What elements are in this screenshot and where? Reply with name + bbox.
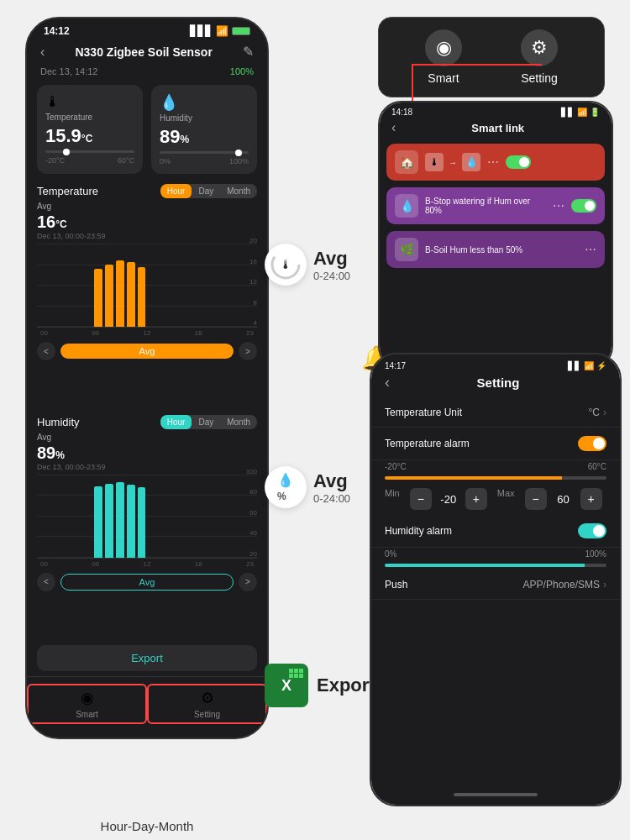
hum-nav-prev[interactable]: < (37, 573, 55, 591)
temp-tab-day[interactable]: Day (192, 184, 220, 198)
setting-phone: 14:17 ▋▋ 📶 ⚡ ‹ Setting Temperature Unit … (370, 353, 622, 806)
bottom-nav-setting[interactable]: ⚙ Setting (147, 684, 267, 724)
hum-annotation-icon: 💧% (265, 466, 307, 508)
smart-card-2-icon: 💧 (395, 194, 418, 218)
svg-text:🌡: 🌡 (280, 258, 291, 271)
temp-nav-next[interactable]: > (239, 342, 257, 360)
hum-label: Humidity (160, 113, 249, 123)
hum-grid-20: 20 (37, 557, 257, 558)
smart-link-time: 14:18 (391, 108, 412, 117)
setting-nav-icon: ⚙ (201, 689, 214, 707)
hum-grid-lines: 100 80 60 40 20 (37, 475, 257, 558)
hum-bar-chart: 100 80 60 40 20 (37, 475, 257, 559)
back-icon[interactable]: ‹ (40, 45, 45, 60)
hum-grid-40: 40 (37, 536, 257, 537)
smart-card-3-dots[interactable]: ⋯ (585, 243, 596, 256)
hum-avg-date: Dec 13, 00:00-23:59 (37, 463, 257, 471)
hum-card: 💧 Humidity 89% 0% 100% (151, 85, 257, 174)
smart-card-2-text: B-Stop watering if Hum over 80% (425, 197, 546, 215)
smart-popup-item[interactable]: ◉ Smart (425, 29, 462, 85)
hum-tab-day[interactable]: Day (192, 415, 220, 429)
hum-tab-hour[interactable]: Hour (160, 415, 192, 429)
export-button[interactable]: Export (37, 645, 257, 671)
hum-chart-labels: 00 06 12 18 23 (37, 559, 257, 570)
bottom-nav: ◉ Smart ⚙ Setting (27, 676, 267, 738)
temp-avg-row: Avg (37, 202, 257, 211)
time: 14:12 (44, 25, 70, 37)
smart-card-1-dots[interactable]: ⋯ (487, 155, 499, 169)
min-minus[interactable]: − (410, 488, 432, 510)
smart-card-1-toggle[interactable] (506, 155, 531, 169)
phone-screen: 14:12 ▋▋▋ 📶 ‹ N330 Zigbee Soil Sensor ✎ … (27, 18, 267, 738)
max-stepper: − 60 + (525, 488, 602, 510)
hum-grid-60: 60 (37, 516, 257, 517)
temp-chart-labels: 00 06 12 18 23 (37, 328, 257, 339)
setting-temp-alarm: Temperature alarm (371, 428, 620, 460)
temp-value: 15.9°C (45, 125, 134, 147)
temp-chart-header: Temperature Hour Day Month (37, 184, 257, 198)
home-bar (454, 793, 538, 796)
status-bar: 14:12 ▋▋▋ 📶 (27, 18, 267, 40)
hum-range: 0% 100% (160, 157, 249, 165)
grid-line-12: 12 (37, 285, 257, 286)
push-value: APP/Phone/SMS › (523, 579, 606, 591)
temp-grid-lines: 20 16 12 8 4 (37, 244, 257, 327)
export-annotation: X Export (265, 664, 375, 707)
hum-grid-80: 80 (37, 495, 257, 496)
temp-label: Temperature (45, 113, 134, 122)
hum-alarm-toggle[interactable] (578, 523, 606, 538)
setting-popup-label: Setting (521, 71, 558, 85)
hum-annotation: 💧% Avg 0-24:00 (265, 466, 350, 508)
hum-chart-title: Humidity (37, 416, 80, 428)
temp-tab-hour[interactable]: Hour (160, 184, 192, 198)
min-stepper: − -20 + (410, 488, 487, 510)
edit-icon[interactable]: ✎ (243, 44, 254, 60)
max-plus[interactable]: + (580, 488, 602, 510)
grid-line-16: 16 (37, 265, 257, 265)
temp-nav-prev[interactable]: < (37, 342, 55, 360)
date-label: Dec 13, 14:12 (40, 66, 98, 76)
temp-alarm-toggle[interactable] (578, 436, 606, 451)
smart-link-screen: 14:18 ▋▋ 📶 🔋 ‹ Smart link 🏠 🌡 → 💧 ⋯ 💧 B-… (380, 102, 612, 368)
smart-link-title: Smart link (396, 122, 600, 134)
hum-bar-10 (138, 487, 146, 557)
setting-screen: 14:17 ▋▋ 📶 ⚡ ‹ Setting Temperature Unit … (371, 354, 620, 805)
caption: Hour-Day-Month (25, 819, 269, 833)
hum-value: 89% (160, 126, 249, 148)
export-label: Export (317, 675, 375, 696)
temp-bar-chart: 20 16 12 8 4 (37, 244, 257, 328)
bar-8 (116, 260, 124, 327)
hum-alarm-label: Humidity alarm (385, 525, 452, 537)
smart-link-nav: ‹ Smart link (380, 118, 612, 140)
temp-range-track (385, 476, 606, 480)
grid-line-8: 8 (37, 306, 257, 307)
temp-unit-value: °C › (589, 407, 606, 418)
setting-popup-item[interactable]: ⚙ Setting (521, 29, 558, 85)
hum-bar-9 (127, 485, 135, 557)
hum-avg-pill[interactable]: Avg (60, 574, 234, 591)
left-phone: 14:12 ▋▋▋ 📶 ‹ N330 Zigbee Soil Sensor ✎ … (25, 17, 269, 739)
hum-tab-month[interactable]: Month (220, 415, 257, 429)
min-plus[interactable]: + (465, 488, 487, 510)
bar-9 (127, 262, 135, 327)
hum-chart-nav: < Avg > (37, 573, 257, 591)
max-minus[interactable]: − (525, 488, 547, 510)
date-row: Dec 13, 14:12 100% (27, 65, 267, 81)
hum-slider (160, 151, 249, 154)
temp-tab-month[interactable]: Month (220, 184, 257, 198)
setting-time: 14:17 (385, 361, 406, 370)
temp-avg-pill[interactable]: Avg (60, 344, 234, 359)
smart-card-3: 🌿 B-Soil Hum less than 50% ⋯ (386, 231, 605, 268)
hum-nav-next[interactable]: > (239, 573, 257, 591)
smart-card-2-dots[interactable]: ⋯ (553, 199, 564, 213)
hum-chart-section: Humidity Hour Day Month Avg 89% Dec 13, … (27, 410, 267, 641)
temp-tab-group: Hour Day Month (160, 184, 257, 198)
hum-bar-8 (116, 482, 124, 557)
battery-icon (232, 27, 250, 35)
bottom-nav-smart[interactable]: ◉ Smart (27, 684, 147, 724)
max-label: Max (497, 488, 515, 510)
sensor-cards: 🌡 Temperature 15.9°C -20°C 60°C 💧 Humidi… (27, 81, 267, 181)
min-label: Min (385, 488, 400, 510)
temp-steppers: Min − -20 + Max − 60 + (371, 483, 620, 515)
smart-card-2-toggle[interactable] (571, 199, 596, 213)
